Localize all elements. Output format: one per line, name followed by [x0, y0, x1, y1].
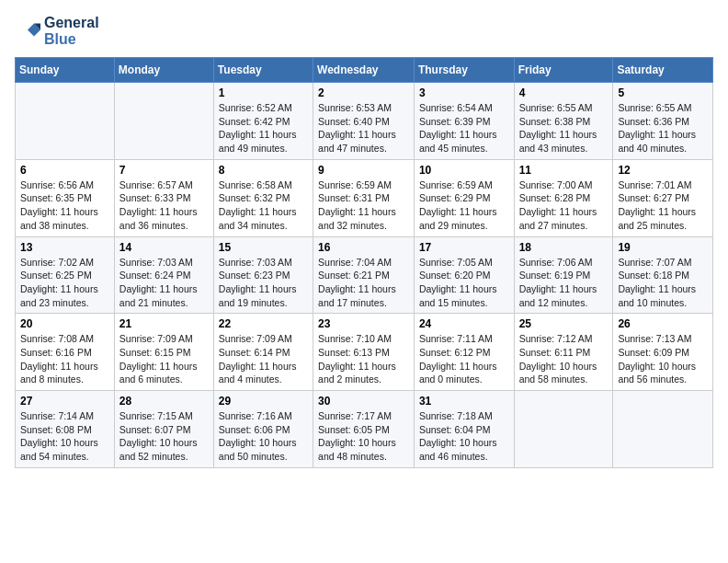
calendar-cell: 14Sunrise: 7:03 AM Sunset: 6:24 PM Dayli…: [114, 236, 213, 314]
calendar-cell: 1Sunrise: 6:52 AM Sunset: 6:42 PM Daylig…: [213, 83, 313, 160]
cell-info: Sunrise: 7:09 AM Sunset: 6:14 PM Dayligh…: [219, 332, 308, 386]
weekday-header-row: SundayMondayTuesdayWednesdayThursdayFrid…: [16, 58, 713, 83]
day-number: 9: [318, 164, 409, 177]
calendar-cell: 24Sunrise: 7:11 AM Sunset: 6:12 PM Dayli…: [414, 314, 514, 391]
calendar-cell: 20Sunrise: 7:08 AM Sunset: 6:16 PM Dayli…: [16, 314, 115, 391]
calendar-body: 1Sunrise: 6:52 AM Sunset: 6:42 PM Daylig…: [16, 83, 713, 468]
cell-info: Sunrise: 6:57 AM Sunset: 6:33 PM Dayligh…: [119, 178, 209, 233]
day-number: 25: [519, 317, 609, 330]
cell-info: Sunrise: 7:01 AM Sunset: 6:27 PM Dayligh…: [618, 178, 708, 233]
calendar-cell: 19Sunrise: 7:07 AM Sunset: 6:18 PM Dayli…: [613, 236, 713, 314]
day-number: 13: [20, 241, 109, 254]
calendar-week-row: 1Sunrise: 6:52 AM Sunset: 6:42 PM Daylig…: [16, 83, 713, 160]
cell-info: Sunrise: 7:03 AM Sunset: 6:23 PM Dayligh…: [219, 256, 308, 310]
cell-info: Sunrise: 7:10 AM Sunset: 6:13 PM Dayligh…: [318, 332, 409, 386]
cell-info: Sunrise: 7:11 AM Sunset: 6:12 PM Dayligh…: [419, 332, 509, 386]
day-number: 1: [219, 86, 308, 99]
calendar-table: SundayMondayTuesdayWednesdayThursdayFrid…: [15, 57, 713, 468]
calendar-cell: 22Sunrise: 7:09 AM Sunset: 6:14 PM Dayli…: [213, 314, 313, 391]
cell-info: Sunrise: 7:18 AM Sunset: 6:04 PM Dayligh…: [419, 409, 509, 464]
calendar-week-row: 27Sunrise: 7:14 AM Sunset: 6:08 PM Dayli…: [16, 391, 713, 468]
calendar-cell: 2Sunrise: 6:53 AM Sunset: 6:40 PM Daylig…: [313, 83, 415, 160]
calendar-cell: 31Sunrise: 7:18 AM Sunset: 6:04 PM Dayli…: [414, 391, 514, 468]
cell-info: Sunrise: 7:09 AM Sunset: 6:15 PM Dayligh…: [119, 332, 209, 386]
calendar-cell: [613, 391, 713, 468]
day-number: 8: [219, 164, 308, 177]
cell-info: Sunrise: 7:16 AM Sunset: 6:06 PM Dayligh…: [219, 409, 308, 464]
day-number: 29: [219, 395, 308, 408]
day-number: 16: [318, 241, 409, 254]
day-number: 23: [318, 317, 409, 330]
cell-info: Sunrise: 6:59 AM Sunset: 6:29 PM Dayligh…: [419, 178, 509, 233]
calendar-week-row: 20Sunrise: 7:08 AM Sunset: 6:16 PM Dayli…: [16, 314, 713, 391]
day-number: 3: [419, 86, 509, 99]
day-number: 27: [20, 395, 109, 408]
cell-info: Sunrise: 7:08 AM Sunset: 6:16 PM Dayligh…: [20, 332, 109, 386]
day-number: 6: [20, 164, 109, 177]
day-number: 14: [119, 241, 209, 254]
cell-info: Sunrise: 7:05 AM Sunset: 6:20 PM Dayligh…: [419, 256, 509, 310]
day-number: 15: [219, 241, 308, 254]
cell-info: Sunrise: 7:15 AM Sunset: 6:07 PM Dayligh…: [119, 409, 209, 464]
calendar-cell: 27Sunrise: 7:14 AM Sunset: 6:08 PM Dayli…: [16, 391, 115, 468]
calendar-cell: 28Sunrise: 7:15 AM Sunset: 6:07 PM Dayli…: [114, 391, 213, 468]
cell-info: Sunrise: 6:55 AM Sunset: 6:38 PM Dayligh…: [519, 101, 609, 155]
calendar-cell: 29Sunrise: 7:16 AM Sunset: 6:06 PM Dayli…: [213, 391, 313, 468]
day-number: 28: [119, 395, 209, 408]
calendar-cell: 5Sunrise: 6:55 AM Sunset: 6:36 PM Daylig…: [613, 83, 713, 160]
calendar-cell: 4Sunrise: 6:55 AM Sunset: 6:38 PM Daylig…: [514, 83, 613, 160]
calendar-cell: [514, 391, 613, 468]
cell-info: Sunrise: 7:07 AM Sunset: 6:18 PM Dayligh…: [618, 256, 708, 310]
cell-info: Sunrise: 7:04 AM Sunset: 6:21 PM Dayligh…: [318, 256, 409, 310]
day-number: 4: [519, 86, 609, 99]
calendar-cell: 8Sunrise: 6:58 AM Sunset: 6:32 PM Daylig…: [213, 159, 313, 236]
weekday-header-saturday: Saturday: [613, 58, 713, 83]
calendar-week-row: 6Sunrise: 6:56 AM Sunset: 6:35 PM Daylig…: [16, 159, 713, 236]
cell-info: Sunrise: 6:56 AM Sunset: 6:35 PM Dayligh…: [20, 178, 109, 233]
day-number: 10: [419, 164, 509, 177]
cell-info: Sunrise: 6:55 AM Sunset: 6:36 PM Dayligh…: [618, 101, 708, 155]
calendar-cell: [16, 83, 115, 160]
cell-info: Sunrise: 7:02 AM Sunset: 6:25 PM Dayligh…: [20, 256, 109, 310]
calendar-cell: 10Sunrise: 6:59 AM Sunset: 6:29 PM Dayli…: [414, 159, 514, 236]
calendar-cell: 7Sunrise: 6:57 AM Sunset: 6:33 PM Daylig…: [114, 159, 213, 236]
day-number: 5: [618, 86, 708, 99]
day-number: 2: [318, 86, 409, 99]
day-number: 19: [618, 241, 708, 254]
day-number: 17: [419, 241, 509, 254]
day-number: 20: [20, 317, 109, 330]
cell-info: Sunrise: 7:14 AM Sunset: 6:08 PM Dayligh…: [20, 409, 109, 464]
cell-info: Sunrise: 7:06 AM Sunset: 6:19 PM Dayligh…: [519, 256, 609, 310]
cell-info: Sunrise: 7:12 AM Sunset: 6:11 PM Dayligh…: [519, 332, 609, 386]
cell-info: Sunrise: 6:58 AM Sunset: 6:32 PM Dayligh…: [219, 178, 308, 233]
cell-info: Sunrise: 6:59 AM Sunset: 6:31 PM Dayligh…: [318, 178, 409, 233]
day-number: 24: [419, 317, 509, 330]
calendar-cell: 3Sunrise: 6:54 AM Sunset: 6:39 PM Daylig…: [414, 83, 514, 160]
calendar-cell: 26Sunrise: 7:13 AM Sunset: 6:09 PM Dayli…: [613, 314, 713, 391]
logo-icon: [15, 18, 40, 44]
day-number: 30: [318, 395, 409, 408]
calendar-cell: 16Sunrise: 7:04 AM Sunset: 6:21 PM Dayli…: [313, 236, 415, 314]
day-number: 26: [618, 317, 708, 330]
calendar-cell: 23Sunrise: 7:10 AM Sunset: 6:13 PM Dayli…: [313, 314, 415, 391]
day-number: 21: [119, 317, 209, 330]
day-number: 11: [519, 164, 609, 177]
calendar-cell: 9Sunrise: 6:59 AM Sunset: 6:31 PM Daylig…: [313, 159, 415, 236]
logo-text: General Blue: [44, 15, 99, 48]
calendar-cell: [114, 83, 213, 160]
page-header: General Blue: [15, 15, 713, 48]
calendar-cell: 30Sunrise: 7:17 AM Sunset: 6:05 PM Dayli…: [313, 391, 415, 468]
calendar-cell: 18Sunrise: 7:06 AM Sunset: 6:19 PM Dayli…: [514, 236, 613, 314]
calendar-cell: 13Sunrise: 7:02 AM Sunset: 6:25 PM Dayli…: [16, 236, 115, 314]
day-number: 31: [419, 395, 509, 408]
calendar-cell: 6Sunrise: 6:56 AM Sunset: 6:35 PM Daylig…: [16, 159, 115, 236]
day-number: 7: [119, 164, 209, 177]
calendar-week-row: 13Sunrise: 7:02 AM Sunset: 6:25 PM Dayli…: [16, 236, 713, 314]
cell-info: Sunrise: 7:03 AM Sunset: 6:24 PM Dayligh…: [119, 256, 209, 310]
weekday-header-thursday: Thursday: [414, 58, 514, 83]
cell-info: Sunrise: 6:52 AM Sunset: 6:42 PM Dayligh…: [219, 101, 308, 155]
calendar-header: SundayMondayTuesdayWednesdayThursdayFrid…: [16, 58, 713, 83]
logo: General Blue: [15, 15, 99, 48]
weekday-header-friday: Friday: [514, 58, 613, 83]
cell-info: Sunrise: 6:54 AM Sunset: 6:39 PM Dayligh…: [419, 101, 509, 155]
